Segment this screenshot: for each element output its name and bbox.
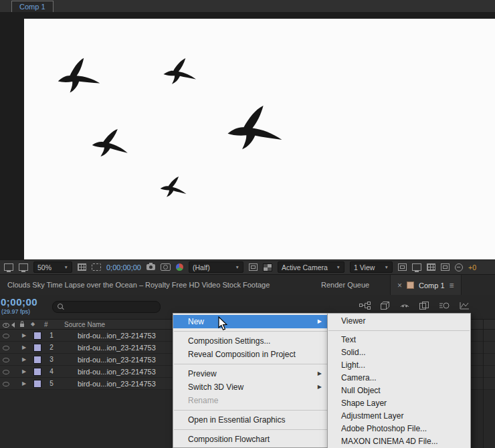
layer-label-swatch[interactable] (33, 380, 41, 388)
hide-shy-layers-icon[interactable] (400, 302, 409, 310)
mouse-cursor (218, 316, 228, 331)
submenu-item-photoshop-file[interactable]: Adobe Photoshop File... (328, 423, 470, 435)
submenu-item-solid[interactable]: Solid... (328, 346, 470, 359)
transparency-grid-icon[interactable] (263, 263, 272, 271)
exposure-value[interactable]: +0 (468, 263, 476, 271)
comp-panel-tab[interactable]: Comp 1 (11, 1, 54, 12)
audio-column-icon (11, 322, 15, 328)
primary-viewer-icon[interactable] (19, 263, 28, 271)
reset-exposure-icon[interactable] (455, 263, 463, 271)
flowchart-button-icon[interactable] (441, 263, 450, 271)
expand-arrow-icon[interactable]: ▶ (17, 332, 31, 338)
tab-render-queue-label: Render Queue (321, 281, 369, 289)
layer-label-swatch[interactable] (33, 356, 41, 364)
layer-name[interactable]: bird-ou...ion_23-214753 (78, 368, 156, 376)
comp-panel-tab-label: Comp 1 (19, 3, 45, 11)
toolbar-timecode[interactable]: 0;00;00;00 (106, 263, 141, 271)
menu-item-reveal-composition[interactable]: Reveal Composition in Project (173, 348, 328, 361)
zoom-value: 50% (37, 263, 52, 271)
zoom-dropdown[interactable]: 50% ▼ (33, 261, 72, 273)
layer-label-swatch[interactable] (33, 368, 41, 376)
submenu-item-null-object[interactable]: Null Object (328, 384, 470, 397)
submenu-item-adjustment-layer[interactable]: Adjustment Layer (328, 410, 470, 423)
submenu-item-cinema-4d-file[interactable]: MAXON CINEMA 4D File... (328, 435, 470, 448)
expand-arrow-icon[interactable]: ▶ (17, 368, 31, 374)
expand-arrow-icon[interactable]: ▶ (17, 344, 31, 350)
draft-3d-icon[interactable] (381, 302, 390, 310)
comp-icon (407, 282, 414, 289)
menu-item-switch-3d-view[interactable]: Switch 3D View ▶ (173, 380, 328, 394)
timeline-search-input[interactable] (52, 301, 161, 313)
snapshot-icon[interactable] (146, 264, 155, 270)
layer-visibility-icon[interactable] (3, 370, 9, 374)
menu-separator (174, 429, 327, 430)
menu-item-label: Viewer (341, 316, 365, 326)
tab-render-queue[interactable]: Render Queue (316, 275, 375, 296)
submenu-item-shape-layer[interactable]: Shape Layer (328, 397, 470, 410)
mask-visibility-icon[interactable] (92, 263, 101, 271)
layer-visibility-icon[interactable] (3, 334, 9, 338)
layer-label-swatch[interactable] (33, 344, 41, 352)
menu-item-preview[interactable]: Preview ▶ (173, 367, 328, 380)
menu-item-label: Solid... (341, 348, 366, 357)
expand-arrow-icon[interactable]: ▶ (17, 356, 31, 362)
bird-silhouette (88, 126, 132, 163)
chevron-down-icon: ▼ (235, 265, 239, 269)
tab-footage[interactable]: Clouds Sky Time Lapse over the Ocean – R… (0, 275, 277, 296)
menu-item-composition-settings[interactable]: Composition Settings... (173, 334, 328, 348)
menu-item-new[interactable]: New ▶ (173, 315, 328, 328)
submenu-arrow-icon: ▶ (318, 380, 322, 394)
current-time-display[interactable]: 0;00;00 (1, 296, 37, 308)
chevron-down-icon: ▼ (64, 265, 68, 269)
grid-guides-icon[interactable] (78, 263, 86, 271)
new-submenu: Viewer Text Solid... Light... Camera... … (327, 313, 471, 448)
layer-name[interactable]: bird-ou...ion_23-214753 (78, 344, 156, 352)
3d-view-value: Active Camera (282, 263, 328, 271)
close-icon[interactable]: × (397, 281, 402, 290)
source-name-column-header[interactable]: Source Name (64, 321, 105, 328)
graph-editor-icon[interactable] (460, 302, 470, 310)
submenu-item-viewer[interactable]: Viewer (328, 315, 470, 328)
submenu-item-camera[interactable]: Camera... (328, 372, 470, 384)
menu-item-composition-flowchart[interactable]: Composition Flowchart (173, 433, 328, 446)
menu-item-label: Text (341, 335, 356, 344)
submenu-item-text[interactable]: Text (328, 334, 470, 346)
frame-blending-icon[interactable] (419, 302, 429, 310)
search-icon (58, 304, 63, 309)
timeline-button-icon[interactable] (427, 263, 435, 271)
submenu-item-light[interactable]: Light... (328, 359, 470, 372)
layer-name[interactable]: bird-ou...ion_23-214753 (78, 332, 156, 340)
layer-name[interactable]: bird-ou...ion_23-214753 (78, 356, 156, 364)
pixel-aspect-icon[interactable] (398, 263, 407, 271)
show-snapshot-icon[interactable] (161, 263, 171, 271)
always-preview-icon[interactable] (4, 263, 13, 271)
fast-preview-icon[interactable] (412, 263, 421, 271)
region-of-interest-icon[interactable] (249, 263, 258, 271)
layer-visibility-icon[interactable] (3, 382, 9, 386)
view-layout-dropdown[interactable]: 1 View ▼ (350, 261, 393, 273)
3d-view-dropdown[interactable]: Active Camera ▼ (278, 261, 344, 273)
menu-item-label: Adobe Photoshop File... (341, 424, 427, 433)
menu-item-rename: Rename (173, 394, 328, 407)
motion-blur-icon[interactable] (439, 302, 450, 310)
layer-label-swatch[interactable] (33, 332, 41, 340)
tab-comp-1-label: Comp 1 (419, 282, 445, 290)
mini-flowchart-icon[interactable] (359, 302, 371, 310)
context-menu: New ▶ Composition Settings... Reveal Com… (173, 313, 328, 448)
expand-arrow-icon[interactable]: ▶ (17, 380, 31, 386)
menu-item-open-essential-graphics[interactable]: Open in Essential Graphics (173, 413, 328, 427)
channels-icon[interactable] (176, 263, 183, 271)
resolution-dropdown[interactable]: (Half) ▼ (189, 261, 243, 273)
layer-visibility-icon[interactable] (3, 346, 9, 350)
layer-number: 2 (45, 344, 58, 351)
layer-visibility-icon[interactable] (3, 358, 9, 362)
tab-comp-1[interactable]: × Comp 1 ≡ (390, 275, 462, 296)
menu-item-label: Open in Essential Graphics (188, 415, 285, 425)
composition-canvas[interactable] (24, 19, 495, 259)
layer-name[interactable]: bird-ou...ion_23-214753 (78, 380, 156, 388)
chevron-down-icon: ▼ (336, 265, 340, 269)
menu-item-label: MAXON CINEMA 4D File... (341, 437, 438, 446)
panel-menu-icon[interactable]: ≡ (450, 281, 454, 290)
menu-item-label: New (188, 317, 204, 326)
menu-item-label: Adjustment Layer (341, 411, 403, 421)
